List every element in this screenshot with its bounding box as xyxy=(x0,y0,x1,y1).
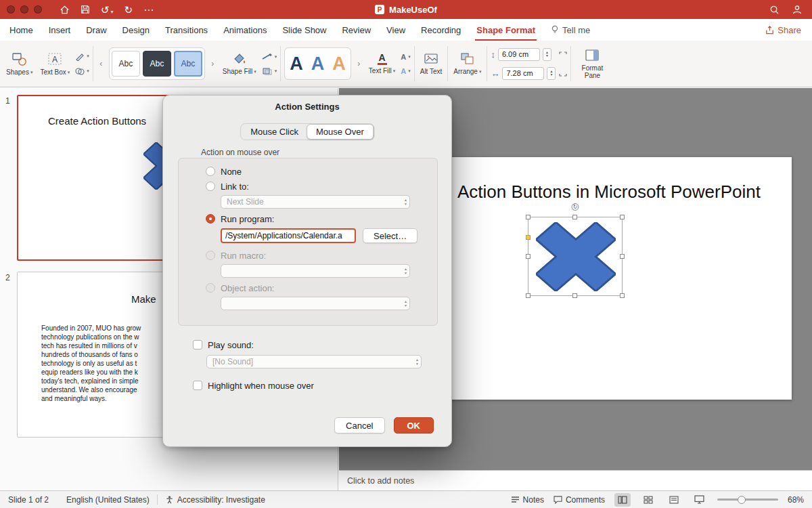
slide-sorter-view-button[interactable] xyxy=(640,493,656,507)
link-to-option[interactable]: Link to: xyxy=(206,179,424,194)
tab-animations[interactable]: Animations xyxy=(223,25,267,35)
tab-view[interactable]: View xyxy=(386,25,405,35)
text-outline-button[interactable]: A▾ xyxy=(401,53,410,61)
cancel-button[interactable]: Cancel xyxy=(334,417,384,433)
paint-bucket-icon xyxy=(232,52,247,66)
adjust-handle[interactable] xyxy=(526,235,531,240)
resize-handle-ne[interactable] xyxy=(620,215,625,219)
resize-handle-w[interactable] xyxy=(526,254,531,259)
zoom-slider-knob[interactable] xyxy=(738,496,746,504)
shape-selection-box[interactable]: ↻ xyxy=(528,217,623,296)
undo-icon[interactable]: ↺▾ xyxy=(101,5,114,15)
normal-view-button[interactable] xyxy=(614,493,631,507)
slide-2-number: 2 xyxy=(5,273,10,282)
width-stepper[interactable]: ▲▼ xyxy=(547,67,556,80)
tab-insert[interactable]: Insert xyxy=(49,25,71,35)
play-sound-option[interactable]: Play sound: xyxy=(193,339,254,351)
height-stepper[interactable]: ▲▼ xyxy=(543,48,551,61)
shape-style-option-3-selected[interactable]: Abc xyxy=(174,51,202,77)
tab-home[interactable]: Home xyxy=(9,25,33,35)
shape-style-option-2[interactable]: Abc xyxy=(143,51,171,77)
language-button[interactable]: English (United States) xyxy=(66,495,150,505)
format-pane-button[interactable]: Format Pane xyxy=(574,47,610,81)
run-program-option[interactable]: Run program: xyxy=(206,211,424,226)
highlight-option[interactable]: Highlight when mouse over xyxy=(193,379,314,391)
search-icon[interactable] xyxy=(769,5,780,15)
resize-handle-s[interactable] xyxy=(572,293,577,298)
accessibility-status[interactable]: Accessibility: Investigate xyxy=(165,495,265,505)
notes-pane[interactable]: Click to add notes xyxy=(339,470,812,490)
shape-style-option-1[interactable]: Abc xyxy=(112,51,140,77)
current-slide[interactable]: Action Buttons in Microsoft PowerPoint ↻ xyxy=(426,157,792,400)
shape-fill-button[interactable]: Shape Fill▾ xyxy=(221,51,258,77)
tab-slide-show[interactable]: Slide Show xyxy=(282,25,326,35)
resize-handle-e[interactable] xyxy=(620,254,625,259)
shape-outline-button[interactable]: ▾ xyxy=(262,53,277,61)
shape-width-input[interactable]: 7.28 cm xyxy=(502,67,544,80)
shape-width-icon: ↔ xyxy=(491,68,499,79)
alt-text-button[interactable]: Alt Text xyxy=(418,51,445,77)
x-shape[interactable] xyxy=(536,222,616,291)
dropdown-arrows-icon: ▲▼ xyxy=(404,198,407,206)
fullscreen-button[interactable] xyxy=(34,5,42,14)
ok-button[interactable]: OK xyxy=(394,417,434,433)
tab-mouse-click[interactable]: Mouse Click xyxy=(242,125,307,139)
edit-shape-button[interactable]: ▾ xyxy=(75,52,89,61)
shape-styles-prev-icon[interactable]: ‹ xyxy=(97,50,106,77)
tab-design[interactable]: Design xyxy=(122,25,150,35)
tab-recording[interactable]: Recording xyxy=(421,25,461,35)
tab-review[interactable]: Review xyxy=(342,25,371,35)
size-options-icon[interactable] xyxy=(559,51,567,60)
wordart-option-2[interactable]: A xyxy=(309,55,328,73)
wordart-option-3[interactable]: A xyxy=(330,55,348,73)
save-icon[interactable] xyxy=(81,5,90,14)
shape-height-input[interactable]: 6.09 cm xyxy=(498,48,540,61)
account-icon[interactable] xyxy=(792,4,803,15)
link-to-radio[interactable] xyxy=(206,182,215,191)
select-program-button[interactable]: Select… xyxy=(363,228,418,243)
zoom-slider[interactable] xyxy=(717,499,778,501)
close-button[interactable] xyxy=(7,5,15,14)
shape-styles-next-icon[interactable]: › xyxy=(208,50,217,77)
more-commands-icon[interactable]: ⋯ xyxy=(143,5,154,15)
resize-handle-sw[interactable] xyxy=(526,293,531,298)
object-action-option: Object action: xyxy=(206,280,424,295)
resize-handle-se[interactable] xyxy=(620,293,625,298)
comments-toggle[interactable]: Comments xyxy=(554,495,605,505)
merge-shapes-button[interactable]: ▾ xyxy=(75,67,89,76)
shapes-button[interactable]: Shapes▾ xyxy=(4,50,35,77)
shape-effects-button[interactable]: ▾ xyxy=(262,67,277,75)
tab-draw[interactable]: Draw xyxy=(86,25,106,35)
text-box-button[interactable]: A Text Box▾ xyxy=(38,50,72,77)
home-icon[interactable] xyxy=(60,5,70,15)
arrange-button[interactable]: Arrange▾ xyxy=(451,51,483,77)
wordart-styles-next-icon[interactable]: › xyxy=(355,50,363,77)
highlight-checkbox[interactable] xyxy=(193,381,202,390)
tab-shape-format[interactable]: Shape Format xyxy=(476,25,535,35)
zoom-level[interactable]: 68% xyxy=(788,495,804,505)
slide-title[interactable]: Action Buttons in Microsoft PowerPoint xyxy=(426,182,792,203)
resize-handle-n[interactable] xyxy=(572,215,577,219)
reading-view-button[interactable] xyxy=(666,493,682,507)
run-program-input[interactable] xyxy=(221,228,356,243)
text-fill-button[interactable]: A Text Fill▾ xyxy=(367,51,397,76)
minimize-button[interactable] xyxy=(20,5,28,14)
none-option[interactable]: None xyxy=(206,164,424,179)
resize-handle-nw[interactable] xyxy=(526,215,531,219)
notes-toggle[interactable]: Notes xyxy=(511,495,544,505)
run-program-radio[interactable] xyxy=(206,214,215,224)
tab-mouse-over[interactable]: Mouse Over xyxy=(307,124,374,140)
share-button[interactable]: Share xyxy=(765,25,801,35)
run-macro-dropdown: ▲▼ xyxy=(221,264,410,278)
slideshow-view-button[interactable] xyxy=(692,493,708,507)
text-effects-button[interactable]: A▾ xyxy=(401,67,410,75)
play-sound-checkbox[interactable] xyxy=(193,340,202,350)
tab-transitions[interactable]: Transitions xyxy=(165,25,208,35)
rotate-handle[interactable]: ↻ xyxy=(572,203,579,211)
none-radio[interactable] xyxy=(206,167,215,176)
tell-me-button[interactable]: Tell me xyxy=(551,25,590,35)
window-title: MakeUseOf xyxy=(389,5,437,15)
size-lock-icon[interactable] xyxy=(559,68,567,77)
redo-icon[interactable]: ↻ xyxy=(125,5,133,15)
wordart-option-1[interactable]: A xyxy=(287,55,306,73)
